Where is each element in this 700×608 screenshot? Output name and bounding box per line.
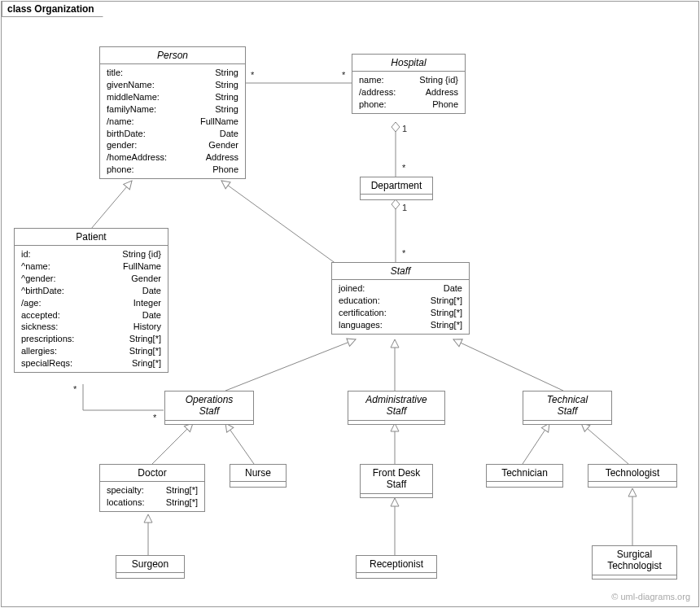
class-technologist: Technologist <box>588 464 677 488</box>
svg-line-12 <box>581 423 628 464</box>
class-surgeon-name: Surgeon <box>116 556 184 572</box>
class-administrative-staff-name: AdministrativeStaff <box>348 391 444 420</box>
mult-patient-ops-left: * <box>73 384 77 394</box>
mult-hosp-dept-top: 1 <box>402 124 407 133</box>
class-surgeon: Surgeon <box>116 555 185 579</box>
class-administrative-staff: AdministrativeStaff <box>348 391 445 425</box>
mult-dept-staff-top: 1 <box>402 203 407 212</box>
svg-line-5 <box>225 339 356 391</box>
mult-person-hospital-left: * <box>251 70 254 80</box>
class-department: Department <box>360 177 433 200</box>
class-technologist-name: Technologist <box>588 465 676 481</box>
class-person-name: Person <box>100 47 245 63</box>
class-receptionist-name: Receptionist <box>357 556 436 572</box>
class-nurse-name: Nurse <box>230 465 286 481</box>
frame-title: class Organization <box>7 3 94 15</box>
class-nurse: Nurse <box>230 464 287 488</box>
svg-line-4 <box>221 181 339 266</box>
class-patient: Patient id:String {id} ^name:FullName ^g… <box>14 228 168 373</box>
mult-patient-ops-right: * <box>153 413 156 422</box>
svg-line-7 <box>453 339 563 391</box>
class-technician-name: Technician <box>487 465 562 481</box>
class-technical-staff-name: TechnicalStaff <box>523 391 611 420</box>
class-staff-attrs: joined:Date education:String[*] certific… <box>332 280 469 333</box>
class-patient-name: Patient <box>15 229 168 245</box>
class-operations-staff: OperationsStaff <box>164 391 254 425</box>
class-patient-attrs: id:String {id} ^name:FullName ^gender:Ge… <box>15 246 168 371</box>
class-receptionist: Receptionist <box>356 555 437 579</box>
svg-line-11 <box>523 423 549 464</box>
class-person: Person title:String givenName:String mid… <box>99 46 246 179</box>
svg-line-9 <box>225 423 254 464</box>
class-doctor: Doctor specialty:String[*] locations:Str… <box>99 464 205 512</box>
class-doctor-name: Doctor <box>100 465 204 481</box>
class-hospital: Hospital name:String {id} /address:Addre… <box>352 54 466 114</box>
frame-title-tab: class Organization <box>2 1 103 17</box>
class-front-desk-staff: Front DeskStaff <box>360 464 433 498</box>
class-technical-staff: TechnicalStaff <box>523 391 612 425</box>
svg-line-8 <box>152 423 193 464</box>
watermark: © uml-diagrams.org <box>611 592 690 601</box>
uml-frame: class Organization <box>1 1 699 607</box>
class-staff: Staff joined:Date education:String[*] ce… <box>331 262 470 335</box>
class-surgical-technologist: SurgicalTechnologist <box>592 545 677 580</box>
class-hospital-attrs: name:String {id} /address:Address phone:… <box>352 72 465 113</box>
class-hospital-name: Hospital <box>352 55 465 71</box>
class-operations-staff-name: OperationsStaff <box>165 391 253 420</box>
mult-dept-staff-bot: * <box>402 248 405 258</box>
class-doctor-attrs: specialty:String[*] locations:String[*] <box>100 482 204 511</box>
class-person-attrs: title:String givenName:String middleName… <box>100 64 245 178</box>
class-department-name: Department <box>361 177 432 194</box>
svg-line-3 <box>91 181 132 229</box>
class-technician: Technician <box>486 464 563 488</box>
class-staff-name: Staff <box>332 263 469 279</box>
class-front-desk-staff-name: Front DeskStaff <box>361 465 432 493</box>
mult-person-hospital-right: * <box>342 70 345 80</box>
mult-hosp-dept-bot: * <box>402 163 405 173</box>
class-surgical-technologist-name: SurgicalTechnologist <box>593 546 676 575</box>
